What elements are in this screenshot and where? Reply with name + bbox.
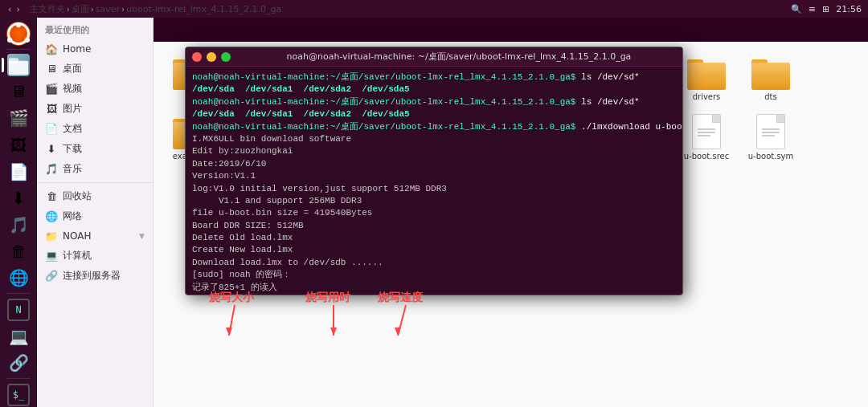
file-item-drivers[interactable]: drivers <box>678 51 735 104</box>
search-icon[interactable]: 🔍 <box>791 4 802 14</box>
top-bar-left: ‹ › 主文件夹 › 桌面 › saver › uboot-lmx-rel_lm… <box>6 3 281 15</box>
photos-icon: 🖼 <box>45 103 58 116</box>
sidebar-item-trash[interactable]: 🗑 回收站 <box>37 186 153 206</box>
sidebar-item-music[interactable]: 🎵 音乐 <box>37 159 153 179</box>
sidebar-item-computer[interactable]: 💻 计算机 <box>37 246 153 266</box>
dock-trash[interactable]: 🗑 <box>3 238 34 263</box>
grid-view-icon[interactable]: ⊞ <box>822 4 829 14</box>
terminal-line: Version:V1.1 <box>192 170 676 182</box>
nav-fwd[interactable]: › <box>14 4 21 14</box>
sidebar-label-music: 音乐 <box>63 162 82 176</box>
terminal-line: 记录了825+1 的读入 <box>192 282 676 294</box>
sidebar-label-downloads: 下载 <box>63 142 82 156</box>
dock-music[interactable]: 🎵 <box>3 212 34 237</box>
list-view-icon[interactable]: ≡ <box>809 4 816 14</box>
trash-icon: 🗑 <box>45 190 58 203</box>
terminal-line: /dev/sda /dev/sda1 /dev/sda2 /dev/sda5 <box>192 108 676 120</box>
videos-icon: 🎬 <box>45 83 58 96</box>
svg-rect-35 <box>751 63 790 90</box>
terminal-line: Delete Old load.lmx <box>192 232 676 244</box>
terminal-line: Edit by:zuozhongkai <box>192 145 676 157</box>
dock-videos[interactable]: 🎬 <box>3 106 34 131</box>
dock-photos[interactable]: 🖼 <box>3 132 34 157</box>
file-label: u-boot.srec <box>684 152 729 161</box>
terminal-minimize-btn[interactable] <box>207 52 216 62</box>
terminal-title: noah@noah-virtual-machine: ~/桌面/saver/ub… <box>242 51 676 63</box>
svg-point-1 <box>16 22 21 27</box>
sidebar-divider-1 <box>37 182 153 183</box>
terminal-line: Create New load.lmx <box>192 244 676 256</box>
sidebar-label-trash: 回收站 <box>63 189 92 203</box>
terminal-line: Board DDR SIZE: 512MB <box>192 220 676 232</box>
clock: 21:56 <box>836 4 862 14</box>
breadcrumb-uboot[interactable]: uboot-lmx-rel_lmx_4.1.15_2.1.0_ga <box>126 4 281 14</box>
svg-rect-5 <box>9 59 18 64</box>
sidebar-label-videos: 视频 <box>63 82 82 96</box>
dock-computer[interactable]: 💻 <box>3 324 34 348</box>
sidebar-label-photos: 图片 <box>63 102 82 116</box>
sidebar-label-home: Home <box>63 43 91 55</box>
sidebar-item-downloads[interactable]: ⬇ 下载 <box>37 139 153 159</box>
file-label: drivers <box>693 92 721 101</box>
desktop-icon: 🖥 <box>45 63 58 75</box>
dock-downloads[interactable]: ⬇ <box>3 185 34 210</box>
file-doc-icon <box>692 114 721 149</box>
files-icon <box>7 54 30 76</box>
file-item-u-boot-srec[interactable]: u-boot.srec <box>678 111 735 173</box>
dock: 🖥 🎬 🖼 📄 ⬇ 🎵 🗑 🌐 N 💻 🔗 $_ <box>0 18 37 407</box>
sidebar-header-recent: 最近使用的 <box>37 18 153 39</box>
terminal-body[interactable]: noah@noah-virtual-machine:~/桌面/saver/ubo… <box>186 67 682 295</box>
sidebar-item-network[interactable]: 🌐 网络 <box>37 206 153 226</box>
sidebar-item-home[interactable]: 🏠 Home <box>37 39 153 59</box>
dock-noah[interactable]: N <box>3 297 34 322</box>
file-item-u-boot-sym[interactable]: u-boot.sym <box>742 111 800 173</box>
file-label: u-boot.sym <box>748 152 794 161</box>
breadcrumb: 主文件夹 › 桌面 › saver › uboot-lmx-rel_lmx_4.… <box>30 3 281 15</box>
file-item-dts[interactable]: dts <box>742 51 800 104</box>
dock-terminal[interactable]: $_ <box>3 382 34 407</box>
sidebar-item-photos[interactable]: 🖼 图片 <box>37 99 153 119</box>
dock-ubuntu[interactable] <box>3 21 34 46</box>
sidebar-item-documents[interactable]: 📄 文档 <box>37 119 153 139</box>
dock-network[interactable]: 🌐 <box>3 265 34 290</box>
terminal-line: I.MX6ULL bin download software <box>192 133 676 145</box>
terminal-close-btn[interactable] <box>192 52 202 62</box>
sidebar-label-server: 连接到服务器 <box>63 269 121 283</box>
terminal-line: /dev/sda /dev/sda1 /dev/sda2 /dev/sda5 <box>192 83 676 96</box>
server-icon: 🔗 <box>45 270 58 283</box>
dock-divider-2 <box>6 293 31 294</box>
terminal-line: [sudo] noah 的密码： <box>192 269 676 281</box>
file-label: dts <box>764 92 776 101</box>
sidebar-item-desktop[interactable]: 🖥 桌面 <box>37 59 153 79</box>
terminal-line: noah@noah-virtual-machine:~/桌面/saver/ubo… <box>192 121 676 133</box>
dock-server[interactable]: 🔗 <box>3 350 34 375</box>
music-icon: 🎵 <box>45 163 58 176</box>
sidebar-item-server[interactable]: 🔗 连接到服务器 <box>37 266 153 286</box>
file-doc-icon <box>756 114 785 149</box>
dock-desktop[interactable]: 🖥 <box>3 79 34 104</box>
computer-icon: 💻 <box>45 250 58 263</box>
terminal-window[interactable]: noah@noah-virtual-machine: ~/桌面/saver/ub… <box>185 47 683 295</box>
home-icon: 🏠 <box>45 43 58 55</box>
ubuntu-logo-icon <box>6 22 31 46</box>
svg-point-3 <box>25 37 30 42</box>
sidebar-item-videos[interactable]: 🎬 视频 <box>37 79 153 99</box>
downloads-icon: ⬇ <box>45 143 58 156</box>
folder-icon <box>687 55 726 90</box>
dock-files[interactable] <box>3 53 34 78</box>
breadcrumb-saver[interactable]: saver <box>96 4 120 14</box>
dock-documents[interactable]: 📄 <box>3 159 34 184</box>
sidebar-label-computer: 计算机 <box>63 249 92 263</box>
breadcrumb-desktop[interactable]: 桌面 <box>72 3 89 15</box>
svg-rect-32 <box>687 63 726 90</box>
breadcrumb-home[interactable]: 主文件夹 <box>30 3 65 15</box>
sidebar-label-desktop: 桌面 <box>63 62 82 75</box>
nav-back[interactable]: ‹ <box>6 4 13 14</box>
terminal-line: Date:2019/6/10 <box>192 158 676 170</box>
terminal-maximize-btn[interactable] <box>221 52 231 62</box>
sidebar-label-documents: 文档 <box>63 122 82 136</box>
terminal-line: noah@noah-virtual-machine:~/桌面/saver/ubo… <box>192 96 676 108</box>
top-bar-right: 🔍 ≡ ⊞ 21:56 <box>791 4 862 14</box>
sidebar-item-noah[interactable]: 📁 NOAH ▼ <box>37 226 153 246</box>
sidebar: 最近使用的 🏠 Home 🖥 桌面 🎬 视频 🖼 图片 📄 文档 ⬇ 下载 🎵 … <box>37 18 154 407</box>
